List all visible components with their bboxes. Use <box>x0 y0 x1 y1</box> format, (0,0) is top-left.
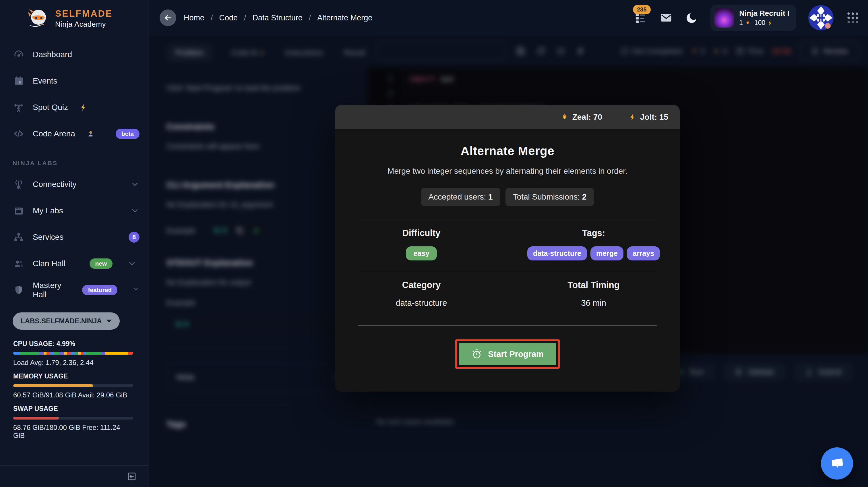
divider <box>161 164 355 165</box>
completion-status: Not Completed <box>620 47 682 56</box>
sidebar-item-mastery-hall[interactable]: Mastery Hall featured <box>0 277 149 303</box>
mail-icon[interactable] <box>659 11 673 25</box>
review-button[interactable]: Review <box>800 42 859 61</box>
code-icon <box>12 128 25 140</box>
sidebar-item-clan-hall[interactable]: Clan Hall new <box>0 250 149 277</box>
sidebar-item-label: Dashboard <box>33 50 72 59</box>
validate-button[interactable]: Validate <box>723 363 786 381</box>
sidebar-item-label: Mastery Hall <box>33 281 67 299</box>
editor-toolbar-right: Not Completed 0 0 Time 00:00 Review <box>620 42 859 61</box>
breadcrumb: Home / Code / Data Structure / Alternate… <box>184 13 372 22</box>
breadcrumb-home[interactable]: Home <box>184 13 205 22</box>
caret-down-icon <box>106 319 112 323</box>
apps-grid-icon[interactable] <box>846 11 860 25</box>
sidebar-item-code-arena[interactable]: Code Arena beta <box>0 121 149 147</box>
usage-stats: CPU USAGE: 4.99% Load Avg: 1.79, 2.36, 2… <box>13 340 133 439</box>
start-program-highlight: Start Program <box>455 339 559 369</box>
problem-placeholder-text: Click 'Start Program' to load the proble… <box>166 84 350 92</box>
problem-details-modal: Zeal: 70 Jolt: 15 Alternate Merge Merge … <box>335 105 680 392</box>
jolt-counter-value: 0 <box>723 47 727 56</box>
tab-instructions[interactable]: Instructions <box>283 44 326 62</box>
labs-nav: Connectivity My Labs Services <box>0 171 149 303</box>
problem-tabs: Problem Code AI ✦ Instructions Result <box>166 44 350 62</box>
profile-identicon-avatar[interactable] <box>808 5 834 30</box>
heart-icon[interactable] <box>556 46 566 56</box>
no-test-cases-text: No test cases available. <box>367 408 868 426</box>
bolt-icon <box>629 113 637 122</box>
chat-button[interactable] <box>821 447 853 480</box>
sidebar-item-events[interactable]: Events <box>0 68 149 94</box>
tab-problem[interactable]: Problem <box>166 44 213 62</box>
divider <box>358 271 657 271</box>
copy-icon[interactable] <box>236 226 244 235</box>
tag-badge: data-structure <box>527 246 587 261</box>
sidebar-item-dashboard[interactable]: Dashboard <box>0 41 149 68</box>
logo[interactable]: SELFMADE Ninja Academy <box>0 0 149 36</box>
fire-icon <box>745 20 751 26</box>
chat-bubble-icon <box>829 455 845 471</box>
hints-accordion[interactable]: Hints <box>166 364 350 391</box>
line-number: 1 <box>367 71 393 86</box>
lightning-icon[interactable] <box>576 46 586 56</box>
accepted-users-label: Accepted users: <box>429 192 486 201</box>
validate-button-label: Validate <box>748 368 774 376</box>
divider <box>161 348 355 348</box>
total-submissions-value: 2 <box>582 192 587 201</box>
sparkle-icon: ✦ <box>260 50 265 56</box>
divider <box>358 325 657 326</box>
sidebar-item-connectivity[interactable]: Connectivity <box>0 171 149 197</box>
dark-mode-moon-icon[interactable] <box>685 11 699 24</box>
user-stats: 1 100 <box>739 19 789 27</box>
editor-toolbar: Not Completed 0 0 Time 00:00 Review <box>367 36 868 67</box>
sidebar-item-label: My Labs <box>33 206 63 215</box>
start-program-label: Start Program <box>488 349 544 359</box>
collapse-sidebar-icon[interactable] <box>126 471 137 482</box>
divider <box>358 219 657 219</box>
memory-usage-fill <box>13 384 93 387</box>
start-program-button[interactable]: Start Program <box>459 343 556 365</box>
difficulty-tags-row: Difficulty easy Tags: data-structuremerg… <box>335 228 680 261</box>
total-submissions-label: Total Submissions: <box>513 192 580 201</box>
sidebar-item-services[interactable]: Services 8 <box>0 224 149 250</box>
run-button-label: Run <box>690 368 704 376</box>
tasks-list-icon[interactable]: 235 <box>634 11 647 24</box>
beta-badge: beta <box>116 129 140 139</box>
shield-icon <box>12 284 25 296</box>
tab-result[interactable]: Result <box>342 44 367 62</box>
save-icon[interactable] <box>516 46 526 56</box>
tab-code-ai[interactable]: Code AI ✦ <box>229 44 267 62</box>
editor-search-input[interactable] <box>377 41 506 61</box>
play-icon[interactable] <box>252 226 260 235</box>
back-button[interactable] <box>160 9 176 26</box>
swap-usage-bar <box>13 417 133 420</box>
difficulty-badge: easy <box>406 246 437 261</box>
breadcrumb-data-structure[interactable]: Data Structure <box>253 13 303 22</box>
completion-status-label: Not Completed <box>632 47 682 56</box>
user-profile-chip[interactable]: Ninja Recruit I 1 100 <box>710 5 796 31</box>
sidebar-item-my-labs[interactable]: My Labs <box>0 197 149 224</box>
sidebar-footer <box>0 465 149 487</box>
hints-label: Hints <box>176 373 195 382</box>
weightlifter-icon <box>12 101 25 114</box>
modal-description: Merge two integer sequences by alternati… <box>335 166 680 176</box>
example-label: Example <box>166 226 195 235</box>
sidebar-item-label: Events <box>33 77 57 86</box>
breadcrumb-separator: / <box>211 13 213 22</box>
review-button-label: Review <box>824 47 848 56</box>
calendar-icon <box>12 75 25 87</box>
time-indicator: Time <box>736 47 764 56</box>
server-selector[interactable]: LABS.SELFMADE.NINJA <box>12 312 120 330</box>
divider <box>161 106 355 107</box>
accepted-users-pill: Accepted users: 1 <box>421 188 500 206</box>
example-box: N/A <box>205 220 270 241</box>
jolt-stat-label: Jolt: 15 <box>640 113 668 122</box>
sidebar-item-spot-quiz[interactable]: Spot Quiz <box>0 94 149 121</box>
breadcrumb-separator: / <box>309 13 311 22</box>
submit-button[interactable]: Submit <box>794 363 853 381</box>
start-program-row: Start Program <box>335 339 680 369</box>
total-timing-label: Total Timing <box>507 280 680 290</box>
example-box-2: N/A <box>166 314 350 334</box>
total-timing-value: 36 min <box>507 298 680 308</box>
refresh-icon[interactable] <box>536 46 546 56</box>
breadcrumb-code[interactable]: Code <box>219 13 238 22</box>
